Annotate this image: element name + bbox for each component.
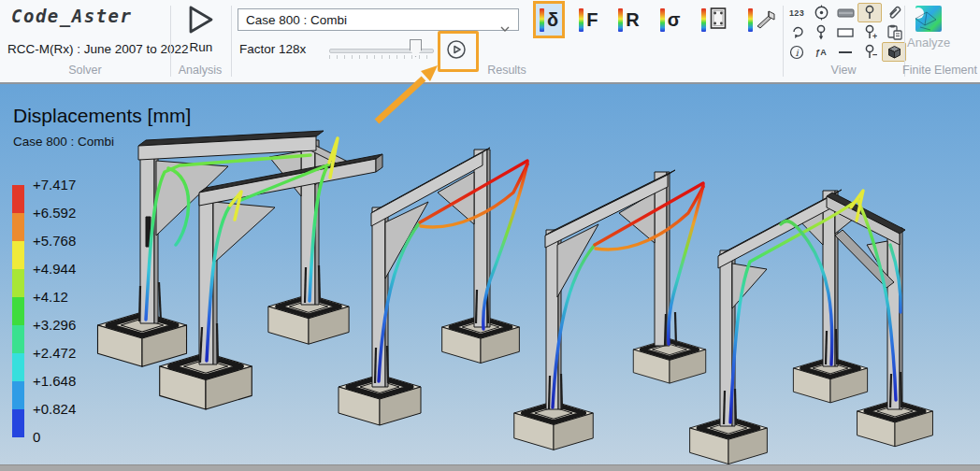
origin-target-icon[interactable]: [809, 3, 833, 22]
case-dropdown-value: Case 800 : Combi: [246, 13, 347, 27]
solver-group-label: Solver: [52, 64, 118, 78]
analysis-group-label: Analysis: [168, 64, 232, 78]
analyze-button-label: Analyze: [907, 36, 950, 50]
factor-slider-ticks: [329, 55, 434, 59]
stresses-result-icon-glyph: σ: [668, 10, 681, 29]
legend-label: +3.296: [33, 317, 76, 334]
result-icons-row: δFRσ: [533, 2, 785, 37]
beam-profile-result-icon[interactable]: [742, 1, 785, 38]
legend-segment: [12, 185, 24, 213]
rainbow-scale-icon: [579, 8, 584, 32]
legend-label: +7.417: [33, 177, 76, 193]
legend-label: +4.12: [33, 289, 68, 306]
paste-icon[interactable]: [882, 22, 906, 42]
probe-pin-icon[interactable]: [858, 3, 882, 22]
legend-label: 0: [33, 429, 40, 446]
rotate-pointer-icon[interactable]: [785, 22, 809, 42]
frame-structure-3: [514, 170, 706, 450]
annotation-highlight-box: [438, 31, 479, 72]
rectangle-outline-icon[interactable]: [833, 22, 858, 42]
legend-label: +0.824: [33, 401, 76, 418]
case-dropdown[interactable]: Case 800 : Combi: [238, 8, 519, 31]
play-icon: [185, 4, 217, 36]
plate-section-result-icon-glyph: [709, 7, 728, 34]
legend-segment: [12, 241, 24, 269]
svg-text:−: −: [872, 50, 877, 60]
3d-viewport[interactable]: Displacements [mm] Case 800 : Combi +7.4…: [0, 82, 980, 466]
line-icon[interactable]: [833, 42, 858, 62]
legend-bar: [12, 185, 24, 437]
legend-segment: [12, 297, 24, 325]
factor-label: Factor 128x: [239, 42, 306, 56]
paperclip-icon[interactable]: [882, 3, 906, 22]
rainbow-scale-icon: [618, 8, 623, 32]
svg-text:i: i: [796, 47, 800, 57]
solver-code-label: RCC-M(Rx) : June 2007 to 2022: [7, 42, 189, 56]
legend-segment: [12, 213, 24, 241]
frame-structure-1: [97, 131, 382, 409]
3d-scene: [0, 84, 980, 464]
svg-text:+: +: [872, 32, 877, 40]
analyze-button[interactable]: Analyze: [907, 5, 950, 50]
legend-segment: [12, 409, 24, 437]
forces-result-icon[interactable]: F: [572, 1, 604, 38]
view-icons-grid: 123+iƒA−: [785, 3, 906, 62]
probe-add-icon[interactable]: +: [858, 22, 882, 42]
reactions-result-icon-glyph: R: [626, 10, 639, 29]
run-button-label: Run: [185, 40, 217, 54]
legend-segment: [12, 353, 24, 381]
window-bottom-edge: [0, 464, 980, 471]
shaded-cube-icon[interactable]: [882, 42, 906, 62]
group-separator: [231, 6, 232, 77]
numbers-display-icon[interactable]: 123: [785, 3, 809, 22]
viewport-subtitle: Case 800 : Combi: [13, 135, 114, 149]
legend-label: +6.592: [33, 205, 76, 221]
viewport-title: Displacements [mm]: [13, 105, 191, 127]
chevron-down-icon: [500, 18, 511, 40]
beam-profile-result-icon-glyph: [756, 7, 778, 34]
fem-mesh-icon: [914, 5, 944, 33]
font-icon[interactable]: ƒA: [809, 42, 833, 62]
forces-result-icon-glyph: F: [586, 10, 598, 29]
legend-label: +1.648: [33, 373, 76, 390]
finite-element-group-label: Finite Element: [900, 64, 980, 78]
pin-down-icon[interactable]: [809, 22, 833, 42]
rainbow-scale-icon: [660, 8, 665, 32]
plate-section-result-icon[interactable]: [695, 1, 734, 38]
info-icon[interactable]: i: [785, 42, 809, 62]
rainbow-scale-icon: [748, 8, 753, 32]
run-button[interactable]: Run: [185, 4, 217, 54]
probe-remove-icon[interactable]: −: [858, 42, 882, 62]
frame-structure-4: [690, 190, 933, 464]
reactions-result-icon[interactable]: R: [612, 1, 645, 38]
displacement-legend: +7.417+6.592+5.768+4.944+4.12+3.296+2.47…: [12, 185, 124, 456]
application-window: Code_Aster RCC-M(Rx) : June 2007 to 2022…: [0, 0, 980, 471]
displacements-result-icon[interactable]: δ: [533, 1, 565, 38]
legend-segment: [12, 325, 24, 353]
ribbon-toolbar: Code_Aster RCC-M(Rx) : June 2007 to 2022…: [0, 0, 980, 82]
displacements-result-icon-glyph: δ: [547, 10, 558, 29]
group-separator: [783, 6, 784, 77]
legend-segment: [12, 269, 24, 297]
view-group-label: View: [814, 64, 873, 78]
stresses-result-icon[interactable]: σ: [654, 1, 687, 38]
legend-label: +5.768: [33, 233, 76, 250]
frame-structure-2: [339, 148, 527, 425]
legend-label: +2.472: [33, 345, 76, 362]
legend-label: +4.944: [33, 261, 76, 278]
results-group-label: Results: [468, 64, 546, 78]
rainbow-scale-icon: [701, 8, 706, 32]
legend-segment: [12, 381, 24, 409]
code-aster-logo: Code_Aster: [11, 6, 132, 26]
filled-bar-icon[interactable]: [833, 3, 858, 22]
rainbow-scale-icon: [540, 8, 544, 32]
